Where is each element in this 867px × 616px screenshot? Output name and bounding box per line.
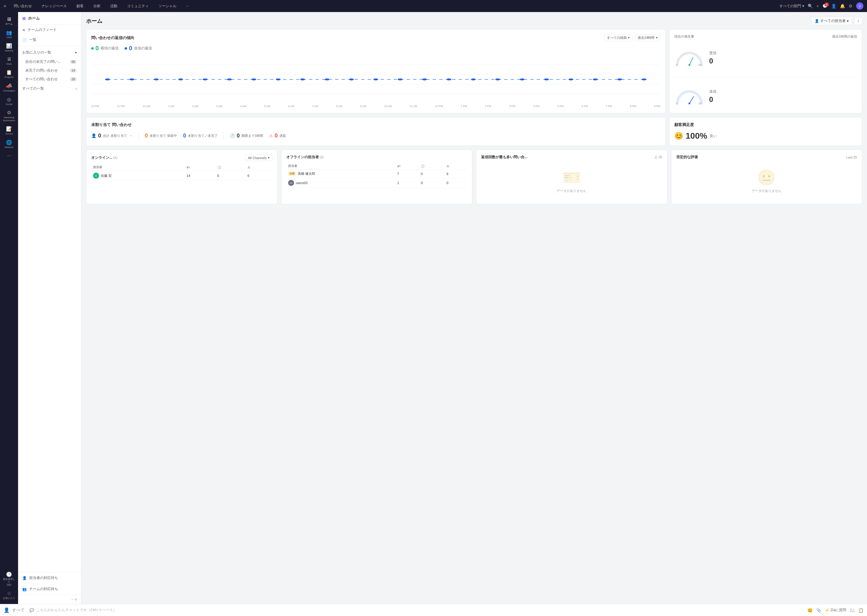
sidebar-item-favorites[interactable]: ☆ お気に入り (1, 589, 17, 602)
contacts-icon[interactable]: 👤 (831, 4, 836, 8)
nav-item-analytics[interactable]: 分析 (91, 2, 102, 10)
sidebar-my-open[interactable]: 自分の未完了の問い... 06 (18, 57, 81, 66)
sidebar-item-recent[interactable]: 🕐 最近使用した項目 (1, 570, 17, 588)
crm-icon: 👥 (6, 30, 12, 36)
nav-item-inquiries[interactable]: 問い合わせ (12, 2, 34, 10)
sidebar-item-salesiq[interactable]: 📊 SalesIQ (1, 41, 17, 54)
menu-icon[interactable]: ≡ (4, 4, 6, 8)
all-channels-filter[interactable]: すべての経路 ▾ (604, 34, 632, 41)
sidebar-waiting-team[interactable]: 👥 チームの対応待ち (18, 583, 81, 595)
favorites-icon: ☆ (7, 591, 11, 596)
sidebar-all-lists[interactable]: すべての一覧 › (18, 83, 81, 94)
incoming-gauge-value: 0 (709, 57, 716, 65)
sidebar-item-campaigns[interactable]: 📣 Campaigns (1, 81, 17, 94)
bottom-bar-actions: 😊 📎 ⚡ Ziaに質問 2△ 📋 (807, 608, 863, 613)
sidebar-item-survey[interactable]: 📝 Survey (1, 124, 17, 137)
svg-text:50: 50 (698, 102, 701, 105)
sidebar-list[interactable]: 📄 一覧 (18, 35, 81, 45)
incoming-dot (91, 47, 94, 50)
page-title: ホーム (86, 17, 102, 25)
svg-point-23 (544, 79, 549, 80)
user-avatar[interactable]: U (856, 2, 863, 9)
info-button[interactable]: i (854, 17, 862, 25)
sidebar-item-crm[interactable]: 👥 CRM (1, 28, 17, 41)
time-filter[interactable]: 過去24時間 ▾ (635, 34, 660, 41)
more-apps-icon: ··· (7, 153, 11, 159)
sidebar-item-marketing-automation[interactable]: ⚙ MarketingAutomation (1, 108, 17, 124)
sidebar-open-tickets[interactable]: 未完了の問い合わせ 14 (18, 66, 81, 75)
agent1-col2: 0 (419, 170, 445, 178)
svg-point-29 (689, 64, 690, 66)
overdue-icon: ⚠ (269, 134, 273, 138)
sidebar-item-projects[interactable]: 📋 Projects (1, 68, 17, 81)
bottom-chat-icon: すべて (12, 608, 25, 613)
unassigned-header: 未割り当て 問い合わせ (91, 122, 660, 127)
search-icon[interactable]: 🔍 (808, 4, 813, 8)
bell-icon[interactable]: 🔔 (840, 4, 845, 8)
svg-point-10 (227, 79, 232, 80)
svg-point-15 (349, 79, 354, 80)
chart-area (91, 55, 660, 104)
sidebar-item-social[interactable]: ◎ Social (1, 95, 17, 108)
separator-1 (139, 131, 139, 140)
most-replies-title: 返信回数が最も多い問い合... (481, 155, 527, 160)
incoming-metric: 0 着信の返信 (91, 45, 118, 52)
assignee-filter[interactable]: 👤 すべての担当者 ▾ (811, 17, 852, 25)
online-agents-card: オンライン... (1) All Channels ▾ 担当者 🏷 (86, 149, 277, 204)
add-icon[interactable]: + (817, 4, 819, 8)
outgoing-gauge-value: 0 (709, 95, 716, 104)
nav-item-community[interactable]: コミュニティ (125, 2, 151, 10)
nav-item-customers[interactable]: 顧客 (75, 2, 85, 10)
table-row: 佐 佐藤 宏 14 0 6 (91, 171, 273, 181)
sidebar-waiting-agent[interactable]: 👤 担当者の対応待ち (18, 572, 81, 583)
incoming-gauge-svg: 0 50 (674, 49, 705, 66)
salesiq-icon: 📊 (6, 43, 12, 49)
agent1-col1: 7 (396, 170, 419, 178)
offline-agents-count: (2) (320, 155, 324, 159)
content-header: ホーム 👤 すべての担当者 ▾ i (86, 17, 862, 25)
nav-item-more[interactable]: ··· (184, 3, 191, 9)
zia-btn[interactable]: ⚡ Ziaに質問 (825, 608, 847, 613)
sidebar-favorites-section[interactable]: お気に入りの一覧 ▾ (18, 47, 81, 57)
offline-agents-card: オフラインの担当者 (2) 担当者 🏷 🕐 ⚠ (281, 149, 473, 204)
svg-line-28 (689, 57, 693, 65)
svg-point-27 (642, 79, 646, 80)
sidebar-item-more-apps[interactable]: ··· (1, 151, 17, 161)
sidebar-all-tickets[interactable]: すべての問い合わせ 28 (18, 75, 81, 83)
unassigned-row: 未割り当て 問い合わせ 👤 0 合計 未割り当て → 0 未割り当て 保留中 (86, 117, 862, 146)
on-hold-value: 0 (145, 133, 148, 139)
nav-item-knowledge[interactable]: ナレッジベース (40, 2, 69, 10)
total-unassigned-value: 0 (98, 133, 101, 139)
offline-agents-title: オフラインの担当者 (286, 155, 319, 159)
settings-icon[interactable]: ⚙ (849, 4, 853, 8)
channel-filter[interactable]: All Channels ▾ (245, 155, 273, 161)
offline-agents-table: 担当者 🏷 🕐 ⚠ 高難 高橋 健太 (286, 163, 468, 188)
sidebar-item-desk[interactable]: 🖥 Desk (1, 55, 17, 68)
incoming-label: 着信の返信 (101, 46, 118, 51)
outgoing-metric: 0 送信の返信 (125, 45, 152, 52)
all-tickets-badge: 28 (70, 77, 77, 81)
sidebar-team-feed[interactable]: ≋ チームのフィード (18, 25, 81, 35)
col-tag-icon: 🏷 (396, 163, 419, 170)
nav-item-social[interactable]: ソーシャル (156, 2, 178, 10)
incoming-count: 0 (95, 45, 99, 52)
svg-point-17 (398, 79, 402, 80)
chat-badge-icon[interactable]: 💬 6 (823, 4, 828, 8)
trend-card: 問い合わせの返信の傾向 すべての経路 ▾ 過去24時間 ▾ (86, 29, 665, 113)
sidebar-collapse-btn[interactable]: ←≡ (18, 595, 81, 604)
agent-row: 佐 佐藤 宏 (93, 173, 183, 179)
agent-col2: 0 (216, 171, 246, 181)
nav-item-activities[interactable]: 活動 (109, 2, 119, 10)
incoming-gauge-info: 受信 0 (709, 50, 716, 65)
dept-selector[interactable]: すべての部門 (779, 4, 804, 9)
emoji-icon: 😊 (807, 608, 812, 613)
outgoing-gauge-label: 送信 (709, 89, 716, 94)
sidebar-item-home[interactable]: ⊞ ホーム (1, 14, 17, 27)
chat-input-area[interactable]: 💬 こちらがかんたんチャットです（Ctrl+スペース） (30, 608, 807, 613)
app-container: ≡ 問い合わせ ナレッジベース 顧客 分析 活動 コミュニティ ソーシャル ··… (0, 0, 867, 616)
sidebar-home-header[interactable]: ⊞ ホーム (18, 12, 81, 25)
sidebar-item-webinar[interactable]: 🌐 Webinar (1, 138, 17, 151)
bottom-bar: 👤 すべて 💬 こちらがかんたんチャットです（Ctrl+スペース） 😊 📎 ⚡ … (0, 604, 867, 616)
col-agent: 担当者 (286, 163, 396, 170)
desk-icon: 🖥 (6, 57, 11, 62)
